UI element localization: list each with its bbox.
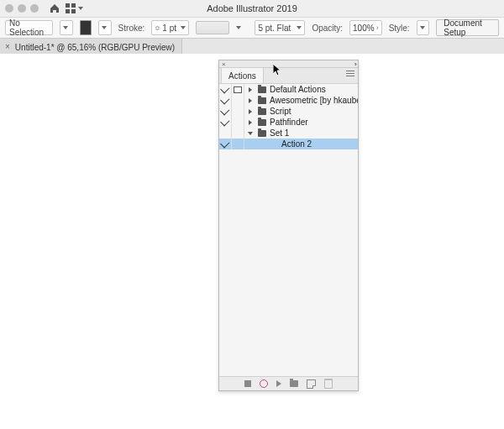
home-icon[interactable] — [49, 3, 60, 14]
action-row[interactable]: Awesometric [by hkaube] — [219, 95, 358, 106]
panel-menu-icon[interactable] — [346, 71, 354, 76]
checkmark-icon — [220, 117, 229, 126]
arrange-documents-icon — [66, 3, 76, 13]
action-row-label: Set 1 — [268, 128, 358, 138]
expand-toggle[interactable] — [256, 139, 268, 149]
new-set-icon[interactable] — [290, 380, 298, 387]
graphic-style-dropdown[interactable] — [417, 20, 430, 35]
action-row[interactable]: Set 1 — [219, 128, 358, 139]
new-action-icon[interactable] — [307, 379, 316, 389]
chevron-down-icon — [181, 26, 186, 29]
chevron-down-icon — [297, 26, 302, 29]
action-row-label: Action 2 — [280, 139, 358, 149]
panel-tab-bar: Actions — [219, 68, 358, 84]
zoom-window-icon[interactable] — [30, 4, 39, 13]
chevron-down-icon — [102, 26, 107, 29]
panel-collapse-icon[interactable]: ›› — [354, 60, 355, 68]
chevron-down-icon — [63, 26, 68, 29]
folder-icon — [258, 108, 266, 115]
actions-list: Default ActionsAwesometric [by hkaube]Sc… — [219, 84, 358, 376]
actions-panel-footer — [219, 376, 358, 390]
selection-indicator: No Selection — [5, 20, 53, 35]
checkmark-icon — [220, 84, 229, 93]
dialog-column[interactable] — [232, 139, 244, 149]
actions-panel: × ›› Actions Default ActionsAwesometric … — [218, 60, 359, 391]
action-row-label: Script — [268, 107, 358, 116]
chevron-down-icon — [236, 26, 241, 29]
dialog-column[interactable] — [232, 117, 244, 128]
variable-width-profile-dropdown[interactable] — [196, 21, 229, 34]
document-tab-label: Untitled-1* @ 65,16% (RGB/GPU Preview) — [15, 43, 175, 52]
dialog-column[interactable] — [232, 95, 244, 106]
stroke-weight-value: 1 pt — [162, 24, 179, 33]
row-icon-slot — [256, 84, 268, 95]
action-row-label: Awesometric [by hkaube] — [268, 96, 358, 105]
chevron-down-icon — [248, 132, 253, 135]
folder-icon — [258, 130, 266, 137]
action-row-label: Pathfinder — [268, 118, 358, 127]
expand-toggle[interactable] — [244, 106, 256, 117]
opacity-dropdown[interactable]: 100% › — [349, 20, 382, 35]
expand-toggle[interactable] — [244, 117, 256, 128]
action-row[interactable]: Pathfinder — [219, 117, 358, 128]
dialog-column[interactable] — [232, 106, 244, 117]
row-icon-slot — [256, 95, 268, 106]
opacity-value: 100% — [353, 24, 375, 33]
chevron-right-icon — [249, 98, 252, 103]
style-label: Style: — [389, 24, 410, 33]
expand-toggle[interactable] — [244, 84, 256, 95]
stroke-weight-dropdown[interactable]: ≎ 1 pt — [151, 20, 189, 35]
play-icon[interactable] — [276, 380, 281, 387]
close-tab-icon[interactable]: × — [5, 43, 10, 51]
checkmark-icon — [220, 139, 229, 148]
action-row[interactable]: Default Actions — [219, 84, 358, 95]
expand-toggle[interactable] — [244, 128, 256, 139]
document-setup-button[interactable]: Document Setup — [436, 19, 499, 36]
action-row[interactable]: Action 2 — [219, 139, 358, 149]
toggle-column[interactable] — [219, 139, 232, 149]
menu-bar: Adobe Illustrator 2019 — [0, 0, 504, 18]
fill-color-dropdown[interactable] — [98, 20, 112, 35]
actions-tab[interactable]: Actions — [221, 67, 264, 83]
fill-none-dropdown[interactable] — [60, 20, 73, 35]
dialog-column[interactable] — [232, 84, 244, 95]
chevron-right-icon — [249, 109, 252, 114]
arrange-documents-dropdown[interactable] — [66, 3, 83, 13]
expand-toggle[interactable] — [244, 95, 256, 106]
action-row[interactable]: Script — [219, 106, 358, 117]
action-row-label: Default Actions — [268, 85, 358, 94]
row-icon-slot — [256, 106, 268, 117]
chevron-right-icon — [249, 87, 252, 92]
delete-icon[interactable] — [324, 379, 333, 389]
fill-swatch[interactable] — [80, 20, 92, 35]
opacity-label: Opacity: — [312, 24, 343, 33]
folder-icon — [258, 86, 266, 93]
brush-definition-value: 5 pt. Flat — [258, 24, 295, 33]
stroke-label: Stroke: — [118, 24, 145, 33]
row-icon-slot — [256, 128, 268, 139]
toggle-column[interactable] — [219, 95, 232, 106]
toggle-column[interactable] — [219, 106, 232, 117]
control-bar: No Selection Stroke: ≎ 1 pt 5 pt. Flat O… — [0, 18, 504, 39]
close-window-icon[interactable] — [5, 4, 13, 13]
toggle-column[interactable] — [219, 84, 232, 95]
minimize-window-icon[interactable] — [18, 4, 26, 13]
toggle-column[interactable] — [219, 117, 232, 128]
stop-icon[interactable] — [244, 380, 251, 387]
dialog-column[interactable] — [232, 128, 244, 139]
toggle-column[interactable] — [219, 128, 232, 139]
brush-definition-dropdown[interactable]: 5 pt. Flat — [255, 20, 305, 35]
chevron-down-icon — [78, 7, 83, 10]
row-icon-slot — [256, 117, 268, 128]
chevron-right-icon — [249, 120, 252, 125]
chevron-down-icon — [420, 26, 425, 29]
checkmark-icon — [220, 95, 229, 104]
record-icon[interactable] — [260, 379, 268, 388]
row-icon-slot — [268, 139, 280, 149]
checkmark-icon — [220, 106, 229, 115]
window-controls — [5, 4, 39, 13]
dialog-icon — [234, 86, 242, 93]
folder-icon — [258, 119, 266, 126]
folder-icon — [258, 97, 266, 104]
document-tab[interactable]: × Untitled-1* @ 65,16% (RGB/GPU Preview) — [0, 39, 182, 55]
